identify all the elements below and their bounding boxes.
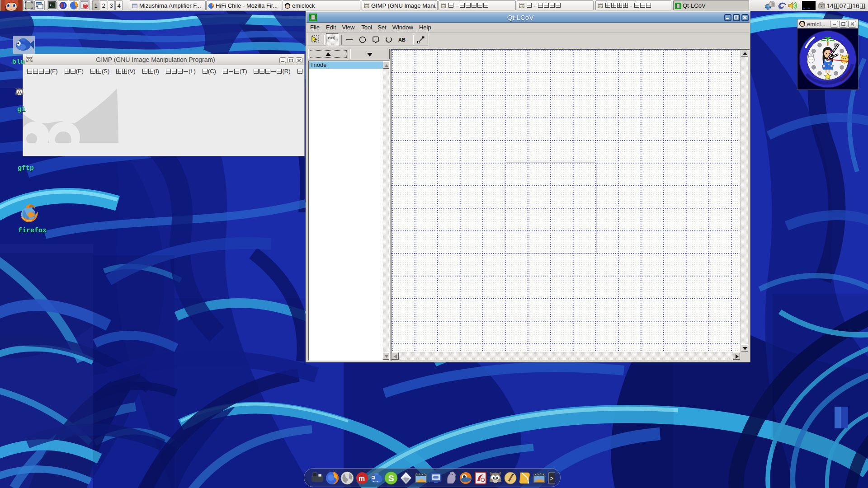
svg-text:m: m (359, 474, 365, 482)
svg-text:>_: >_ (550, 476, 555, 482)
svg-text:S: S (388, 474, 394, 483)
svg-text:AB: AB (398, 37, 406, 42)
